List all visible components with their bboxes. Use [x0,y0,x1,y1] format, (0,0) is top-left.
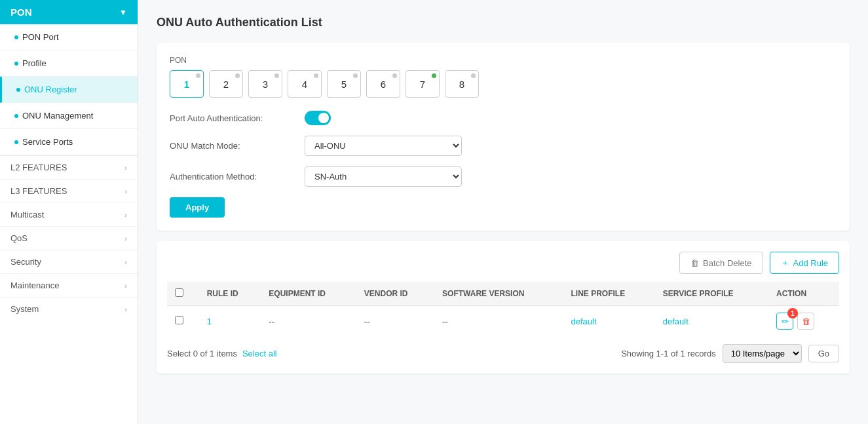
select-all-link[interactable]: Select all [242,349,277,358]
toggle-slider [305,111,331,125]
add-rule-button[interactable]: ＋ Add Rule [770,252,839,274]
table-header: RULE ID EQUIPMENT ID VENDOR ID SOFTWARE … [167,282,839,306]
edit-button[interactable]: ✏ 1 [776,313,793,330]
per-page-select[interactable]: 10 Items/page20 Items/page50 Items/page [723,344,802,363]
table-box: 🗑 Batch Delete ＋ Add Rule RULE ID EQUIPM… [157,241,850,374]
dot-icon [14,62,18,66]
chevron-down-icon: ▼ [119,8,127,17]
sidebar-item-pon-port[interactable]: PON Port [0,24,138,50]
row-checkbox-cell [167,306,199,337]
software-version-cell: -- [434,306,563,337]
edit-badge: 1 [787,308,798,318]
section-label: L3 FEATURES [10,186,67,196]
onu-match-row: ONU Match Mode: All-ONUONU-SNONU-Passwor… [170,136,837,156]
vendor-id-cell: -- [356,306,434,337]
select-all-checkbox[interactable] [175,288,183,297]
sidebar-item-label: ONU Management [22,111,93,121]
delete-button[interactable]: 🗑 [797,313,814,330]
pon-tabs: 12345678 [170,70,837,98]
rule-id-link[interactable]: 1 [207,317,212,326]
status-dot-icon [314,73,318,78]
table-footer: Select 0 of 1 items Select all Showing 1… [167,344,839,363]
th-action: ACTION [768,282,839,306]
chevron-right-icon: › [124,235,127,242]
status-dot-icon [235,73,240,78]
port-auth-label: Port Auto Authentication: [170,113,294,123]
pon-tab-1[interactable]: 1 [170,70,204,98]
rule-id-cell: 1 [199,306,261,337]
th-vendor-id: VENDOR ID [356,282,434,306]
line-profile-cell: default [563,306,655,337]
sidebar-section-security[interactable]: Security › [0,250,138,273]
sidebar-section-qos[interactable]: QoS › [0,226,138,250]
toggle-wrap [305,111,331,125]
th-software-version: SOFTWARE VERSION [434,282,563,306]
section-label: System [10,304,39,314]
action-cell: ✏ 1 🗑 [768,306,839,337]
table-actions: 🗑 Batch Delete ＋ Add Rule [167,252,839,274]
main-content: ONU Auto Authentication List PON 1234567… [138,0,868,424]
sidebar-header-label: PON [10,7,32,18]
auth-method-select[interactable]: SN-AuthPassword-AuthBoth [305,166,462,187]
chevron-right-icon: › [124,282,127,290]
pon-tab-3[interactable]: 3 [248,70,282,98]
sidebar-item-profile[interactable]: Profile [0,50,138,77]
row-checkbox[interactable] [175,316,183,324]
status-dot-icon [274,73,279,78]
onu-match-label: ONU Match Mode: [170,141,294,151]
go-button[interactable]: Go [808,345,839,362]
sidebar-item-service-ports[interactable]: Service Ports [0,129,138,155]
action-icons: ✏ 1 🗑 [776,313,831,330]
sidebar-item-onu-register[interactable]: ONU Register [0,77,138,103]
dot-icon [14,35,18,39]
sidebar-item-label: ONU Register [24,85,77,94]
sidebar-section-maintenance[interactable]: Maintenance › [0,273,138,297]
auth-method-row: Authentication Method: SN-AuthPassword-A… [170,166,837,187]
sidebar: PON ▼ PON Port Profile ONU Register ONU … [0,0,138,424]
status-dot-icon [432,73,436,78]
th-rule-id: RULE ID [199,282,261,306]
section-label: QoS [10,233,28,243]
auth-method-label: Authentication Method: [170,172,294,182]
config-box: PON 12345678 Port Auto Authentication: O… [157,43,850,231]
select-count-text: Select 0 of 1 items [167,349,237,358]
dot-icon [16,88,20,92]
sidebar-section-system[interactable]: System › [0,297,138,320]
status-dot-icon [353,73,358,78]
th-service-profile: SERVICE PROFILE [655,282,768,306]
pon-tab-5[interactable]: 5 [327,70,361,98]
footer-left: Select 0 of 1 items Select all [167,349,277,358]
chevron-right-icon: › [124,258,127,266]
table-body: 1 -- -- -- default default ✏ 1 🗑 [167,306,839,337]
batch-delete-button[interactable]: 🗑 Batch Delete [679,252,763,274]
dot-icon [14,114,18,118]
sidebar-section-multicast[interactable]: Multicast › [0,202,138,226]
onu-match-select[interactable]: All-ONUONU-SNONU-Password [305,136,462,156]
pon-tab-6[interactable]: 6 [366,70,400,98]
line-profile-link[interactable]: default [571,317,597,326]
showing-text: Showing 1-1 of 1 records [621,349,716,358]
table-row: 1 -- -- -- default default ✏ 1 🗑 [167,306,839,337]
th-line-profile: LINE PROFILE [563,282,655,306]
chevron-right-icon: › [124,305,127,313]
batch-delete-label: Batch Delete [703,258,751,268]
sidebar-item-onu-management[interactable]: ONU Management [0,103,138,129]
chevron-right-icon: › [124,211,127,219]
pon-tab-7[interactable]: 7 [406,70,440,98]
sidebar-section-l3-features[interactable]: L3 FEATURES › [0,179,138,202]
pon-tab-8[interactable]: 8 [445,70,479,98]
pon-tab-4[interactable]: 4 [288,70,322,98]
sidebar-header-pon[interactable]: PON ▼ [0,0,138,24]
header-row: RULE ID EQUIPMENT ID VENDOR ID SOFTWARE … [167,282,839,306]
sidebar-section-l2-features[interactable]: L2 FEATURES › [0,155,138,179]
apply-button[interactable]: Apply [170,197,225,218]
th-checkbox [167,282,199,306]
service-profile-link[interactable]: default [663,317,689,326]
equipment-id-cell: -- [261,306,356,337]
dot-icon [14,140,18,144]
port-auth-toggle[interactable] [305,111,331,125]
th-equipment-id: EQUIPMENT ID [261,282,356,306]
section-label: Security [10,257,41,267]
page-title: ONU Auto Authentication List [157,16,850,29]
pon-tab-2[interactable]: 2 [209,70,243,98]
